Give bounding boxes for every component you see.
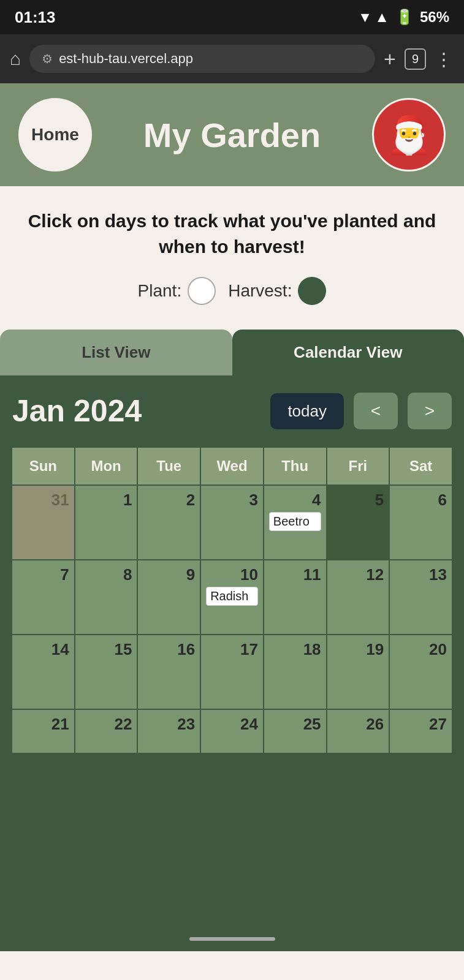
day-cell[interactable]: 25 [264, 710, 326, 753]
day-cell[interactable]: 20 [390, 635, 452, 709]
header-thu: Thu [264, 448, 326, 484]
day-cell[interactable]: 11 [264, 560, 326, 634]
harvest-legend: Harvest: [228, 277, 326, 305]
day-cell[interactable]: 1 [75, 486, 137, 559]
harvest-label: Harvest: [228, 281, 292, 301]
user-avatar[interactable]: 🎅 [372, 98, 446, 172]
day-cell[interactable]: 27 [390, 710, 452, 753]
calendar-grid: Sun Mon Tue Wed Thu Fri Sat 31 1 2 3 4 B… [12, 448, 452, 753]
battery-icon: 🔋 [395, 9, 414, 26]
browser-add-tab[interactable]: + [384, 47, 396, 71]
browser-tab-count[interactable]: 9 [405, 48, 426, 70]
header-sun: Sun [12, 448, 74, 484]
plant-label: Plant: [138, 281, 182, 301]
day-cell[interactable]: 31 [12, 486, 74, 559]
harvest-icon [298, 277, 326, 305]
day-cell[interactable]: 16 [138, 635, 200, 709]
day-cell[interactable]: 9 [138, 560, 200, 634]
app-title: My Garden [143, 115, 321, 155]
today-button[interactable]: today [270, 393, 344, 429]
next-month-button[interactable]: > [408, 393, 452, 429]
day-cell[interactable]: 14 [12, 635, 74, 709]
day-cell[interactable]: 3 [201, 486, 263, 559]
legend: Plant: Harvest: [18, 277, 446, 305]
day-cell[interactable]: 8 [75, 560, 137, 634]
status-right: ▾ ▲ 🔋 56% [361, 9, 449, 26]
day-cell[interactable]: 23 [138, 710, 200, 753]
browser-url: est-hub-tau.vercel.app [59, 51, 193, 67]
day-cell[interactable]: 6 [390, 486, 452, 559]
plant-icon [188, 277, 216, 305]
address-icon: ⚙ [42, 51, 53, 66]
prev-month-button[interactable]: < [354, 393, 398, 429]
day-cell[interactable]: 15 [75, 635, 137, 709]
status-bar: 01:13 ▾ ▲ 🔋 56% [0, 0, 464, 34]
app-header: Home My Garden 🎅 [0, 83, 464, 186]
day-cell[interactable]: 13 [390, 560, 452, 634]
event-tag: Radish [206, 587, 258, 606]
calendar-container: Jan 2024 today < > Sun Mon Tue Wed Thu F… [0, 375, 464, 927]
day-cell-today[interactable]: 5 [327, 486, 389, 559]
home-indicator [189, 937, 275, 941]
day-cell[interactable]: 2 [138, 486, 200, 559]
status-time: 01:13 [15, 8, 56, 27]
day-cell[interactable]: 21 [12, 710, 74, 753]
header-tue: Tue [138, 448, 200, 484]
header-wed: Wed [201, 448, 263, 484]
day-cell[interactable]: 17 [201, 635, 263, 709]
intro-text: Click on days to track what you've plant… [18, 208, 446, 260]
day-cell[interactable]: 26 [327, 710, 389, 753]
intro-section: Click on days to track what you've plant… [0, 186, 464, 323]
day-cell[interactable]: 24 [201, 710, 263, 753]
day-cell[interactable]: 22 [75, 710, 137, 753]
signal-icon: ▲ [375, 9, 389, 26]
header-sat: Sat [390, 448, 452, 484]
calendar-nav: Jan 2024 today < > [12, 393, 452, 429]
header-fri: Fri [327, 448, 389, 484]
tab-calendar-view[interactable]: Calendar View [232, 330, 465, 375]
day-cell[interactable]: 4 Beetro [264, 486, 326, 559]
day-cell[interactable]: 12 [327, 560, 389, 634]
header-mon: Mon [75, 448, 137, 484]
browser-address-bar[interactable]: ⚙ est-hub-tau.vercel.app [29, 45, 375, 73]
home-button[interactable]: Home [18, 98, 92, 172]
browser-more-menu[interactable]: ⋮ [435, 48, 454, 70]
view-tabs: List View Calendar View [0, 323, 464, 375]
month-year: Jan 2024 [12, 393, 261, 429]
wifi-icon: ▾ [361, 9, 368, 26]
tab-list-view[interactable]: List View [0, 330, 232, 375]
day-cell[interactable]: 19 [327, 635, 389, 709]
browser-bar: ⌂ ⚙ est-hub-tau.vercel.app + 9 ⋮ [0, 34, 464, 83]
browser-home-icon[interactable]: ⌂ [10, 48, 21, 69]
plant-legend: Plant: [138, 277, 216, 305]
day-cell[interactable]: 18 [264, 635, 326, 709]
day-cell[interactable]: 10 Radish [201, 560, 263, 634]
battery-level: 56% [420, 9, 449, 26]
day-cell[interactable]: 7 [12, 560, 74, 634]
event-tag: Beetro [269, 512, 321, 531]
